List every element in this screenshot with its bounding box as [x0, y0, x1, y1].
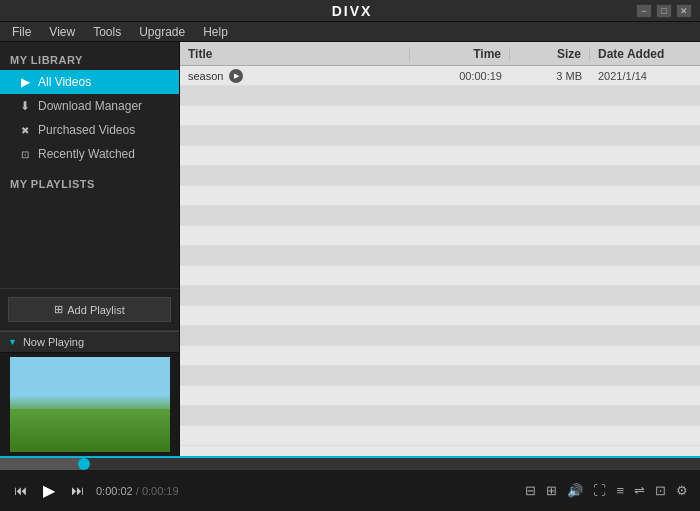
purchased-videos-icon: ✖	[18, 125, 32, 136]
total-time: 0:00:19	[142, 485, 179, 497]
table-row	[180, 166, 700, 186]
shuffle-icon[interactable]: ⇌	[632, 481, 647, 500]
table-row	[180, 286, 700, 306]
playlist-icon[interactable]: ≡	[614, 481, 626, 500]
time-display: 0:00:02 / 0:00:19	[96, 485, 515, 497]
table-row	[180, 386, 700, 406]
now-playing-header[interactable]: ▼ Now Playing	[0, 331, 179, 353]
menu-item-help[interactable]: Help	[195, 23, 236, 41]
sidebar-item-recently-watched[interactable]: ⊡ Recently Watched	[0, 142, 179, 166]
all-videos-label: All Videos	[38, 75, 91, 89]
table-row	[180, 426, 700, 446]
table-row	[180, 326, 700, 346]
add-playlist-area: ⊞ Add Playlist	[0, 288, 179, 330]
table-row	[180, 206, 700, 226]
time-cell: 00:00:19	[410, 70, 510, 82]
title-bar: DIVX − □ ✕	[0, 0, 700, 22]
snapshot-icon[interactable]: ⊡	[653, 481, 668, 500]
fast-forward-button[interactable]: ⏭	[67, 481, 88, 500]
recently-watched-icon: ⊡	[18, 149, 32, 160]
sidebar-content: MY LIBRARY ▶ All Videos ⬇ Download Manag…	[0, 42, 179, 288]
menu-item-tools[interactable]: Tools	[85, 23, 129, 41]
now-playing-section: ▼ Now Playing	[0, 330, 179, 456]
table-row	[180, 306, 700, 326]
table-row	[180, 86, 700, 106]
title-column-header: Title	[180, 47, 410, 61]
title-cell: season	[180, 69, 410, 83]
table-row	[180, 226, 700, 246]
maximize-button[interactable]: □	[656, 4, 672, 18]
video-title: season	[188, 70, 223, 82]
download-manager-icon: ⬇	[18, 99, 32, 113]
progress-thumb[interactable]	[78, 458, 90, 470]
rewind-button[interactable]: ⏮	[10, 481, 31, 500]
volume-icon[interactable]: 🔊	[565, 481, 585, 500]
table-row	[180, 246, 700, 266]
sidebar: MY LIBRARY ▶ All Videos ⬇ Download Manag…	[0, 42, 180, 456]
sidebar-item-download-manager[interactable]: ⬇ Download Manager	[0, 94, 179, 118]
time-separator: /	[133, 485, 142, 497]
add-playlist-label: Add Playlist	[67, 304, 124, 316]
table-header: Title Time Size Date Added	[180, 42, 700, 66]
date-cell: 2021/1/14	[590, 70, 700, 82]
menu-item-upgrade[interactable]: Upgrade	[131, 23, 193, 41]
table-row	[180, 366, 700, 386]
table-row[interactable]: season 00:00:19 3 MB 2021/1/14	[180, 66, 700, 86]
my-library-heading: MY LIBRARY	[0, 50, 179, 70]
size-column-header: Size	[510, 47, 590, 61]
audio-icon[interactable]: ⊞	[544, 481, 559, 500]
play-button[interactable]: ▶	[39, 479, 59, 502]
progress-bar[interactable]	[0, 458, 700, 470]
size-cell: 3 MB	[510, 70, 590, 82]
content-area: Title Time Size Date Added season 00:00:…	[180, 42, 700, 456]
video-thumbnail[interactable]	[10, 357, 170, 452]
table-row	[180, 126, 700, 146]
recently-watched-label: Recently Watched	[38, 147, 135, 161]
date-column-header: Date Added	[590, 47, 700, 61]
add-playlist-icon: ⊞	[54, 303, 63, 316]
add-playlist-button[interactable]: ⊞ Add Playlist	[8, 297, 171, 322]
table-row	[180, 266, 700, 286]
my-playlists-heading: MY PLAYLISTS	[0, 174, 179, 194]
play-badge-icon	[229, 69, 243, 83]
menu-item-view[interactable]: View	[41, 23, 83, 41]
table-row	[180, 346, 700, 366]
window-controls: − □ ✕	[636, 4, 692, 18]
app-title: DIVX	[68, 3, 636, 19]
player-controls: ⏮ ▶ ⏭ 0:00:02 / 0:00:19 ⊟ ⊞ 🔊 ⛶ ≡ ⇌ ⊡ ⚙	[0, 470, 700, 511]
now-playing-arrow: ▼	[8, 337, 17, 347]
subtitles-icon[interactable]: ⊟	[523, 481, 538, 500]
close-button[interactable]: ✕	[676, 4, 692, 18]
current-time: 0:00:02	[96, 485, 133, 497]
time-column-header: Time	[410, 47, 510, 61]
menu-item-file[interactable]: File	[4, 23, 39, 41]
now-playing-label: Now Playing	[23, 336, 84, 348]
download-manager-label: Download Manager	[38, 99, 142, 113]
all-videos-icon: ▶	[18, 75, 32, 89]
menu-bar: FileViewToolsUpgradeHelp	[0, 22, 700, 42]
sidebar-item-all-videos[interactable]: ▶ All Videos	[0, 70, 179, 94]
sidebar-item-purchased-videos[interactable]: ✖ Purchased Videos	[0, 118, 179, 142]
purchased-videos-label: Purchased Videos	[38, 123, 135, 137]
main-area: MY LIBRARY ▶ All Videos ⬇ Download Manag…	[0, 42, 700, 456]
fullscreen-icon[interactable]: ⛶	[591, 481, 608, 500]
minimize-button[interactable]: −	[636, 4, 652, 18]
table-row	[180, 146, 700, 166]
settings-icon[interactable]: ⚙	[674, 481, 690, 500]
table-body: season 00:00:19 3 MB 2021/1/14	[180, 66, 700, 456]
right-controls: ⊟ ⊞ 🔊 ⛶ ≡ ⇌ ⊡ ⚙	[523, 481, 690, 500]
player-bar: ⏮ ▶ ⏭ 0:00:02 / 0:00:19 ⊟ ⊞ 🔊 ⛶ ≡ ⇌ ⊡ ⚙	[0, 456, 700, 511]
table-row	[180, 106, 700, 126]
progress-fill	[0, 458, 84, 470]
table-row	[180, 406, 700, 426]
table-row	[180, 186, 700, 206]
